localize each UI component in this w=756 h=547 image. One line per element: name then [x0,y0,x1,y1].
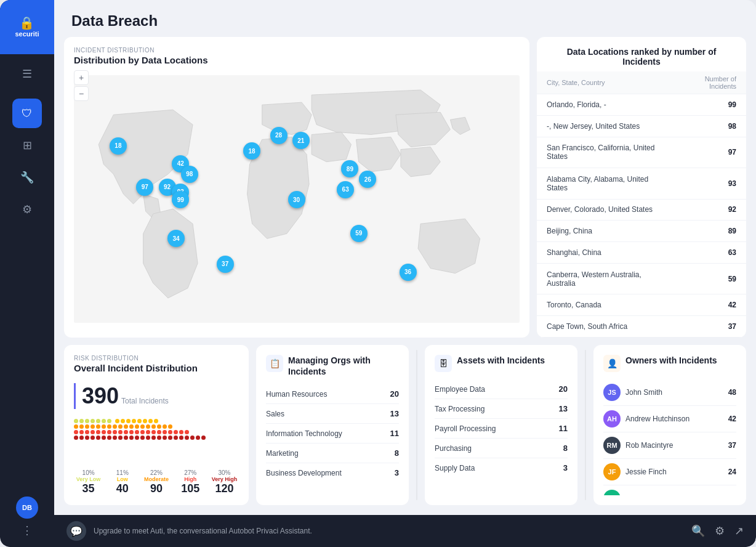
search-bottom-icon[interactable]: 🔍 [691,524,705,538]
divider2 [585,350,586,500]
dot [174,436,178,440]
map-pin[interactable]: 59 [350,225,368,242]
list-item: Tax Processing 13 [435,399,568,419]
sidebar-item-tools[interactable]: 🔧 [12,163,42,192]
dot-section [74,424,172,429]
list-item: Information Technology 11 [266,424,399,444]
bottom-bar-actions: 🔍 ⚙ ↗ [691,524,744,538]
dot [168,436,172,440]
user-avatar[interactable]: DB [16,496,38,519]
dot [79,436,84,440]
map-pin[interactable]: 36 [400,264,417,281]
dot [79,419,84,423]
table-row: Shanghai, China 63 [537,242,746,264]
zoom-out-button[interactable]: − [74,86,89,101]
dot [190,436,195,440]
dot [102,424,106,429]
dot [146,424,150,429]
row-label: Business Development [266,469,395,477]
dot [126,419,131,423]
map-pin[interactable]: 28 [270,127,288,144]
dot [201,436,206,440]
risk-legend: 10% Very Low 35 11% Low 40 22% Moderate … [74,469,239,495]
col-count: Number of Incidents [672,71,746,94]
list-item: Marketing 8 [266,444,399,463]
dot-section [74,436,206,440]
location-cell: Cape Town, South Africa [537,316,672,338]
list-item: Payroll Processing 11 [435,419,568,439]
row-label: Employee Data [435,385,559,394]
list-item: Purchasing 8 [435,439,568,458]
map-pin[interactable]: 21 [292,132,310,149]
map-pin[interactable]: 89 [341,160,358,177]
dot [179,436,183,440]
map-pin[interactable]: 98 [181,166,198,183]
row-label: Information Technology [266,429,390,438]
row-value: 8 [395,448,399,458]
map-controls: + − [74,70,89,101]
list-item: GW Greg Walters 20 [603,485,736,495]
risk-pct: 30% [218,469,230,476]
dot [113,436,117,440]
dot-section [74,419,111,423]
map-pin[interactable]: 63 [337,181,354,198]
risk-name: High [184,476,196,482]
bottom-bar: 💬 Upgrade to meet Auti, the conversation… [54,515,756,547]
owner-count: 20 [728,494,736,495]
sidebar-bottom: DB ⋮ [16,496,38,547]
map-pin[interactable]: 99 [172,191,189,208]
risk-subtitle: Risk Distribution [74,355,239,362]
map-pin[interactable]: 26 [359,171,376,188]
map-pin[interactable]: 18 [243,142,260,160]
filter-bottom-icon[interactable]: ⚙ [715,524,725,538]
owner-name: Jessie Finch [625,468,723,476]
sidebar-item-shield[interactable]: 🛡 [12,99,42,128]
map-card: Incident Distribution Distribution by Da… [64,37,529,338]
map-pin[interactable]: 18 [110,137,127,155]
table-row: Toronto, Canada 42 [537,294,746,316]
location-cell: Canberra, Western Australia, Australia [537,263,672,294]
dot [132,419,136,423]
location-cell: Orlando, Florida, - [537,94,672,116]
map-subtitle: Incident Distribution [74,47,520,54]
dot [140,436,145,440]
owner-avatar: RM [603,437,621,454]
dot [129,430,134,434]
location-cell: Shanghai, China [537,242,672,264]
dot [185,436,189,440]
risk-pct: 11% [116,469,129,476]
dot [107,419,111,423]
map-pin[interactable]: 34 [167,230,185,247]
location-cell: Toronto, Canada [537,294,672,316]
total-incidents: 390 Total Incidents [74,383,239,409]
map-pin[interactable]: 30 [288,191,305,208]
list-item: JS John Smith 48 [603,379,736,406]
sidebar-item-dashboard[interactable]: ⊞ [12,131,42,160]
chat-icon: 💬 [66,521,86,541]
header: Data Breach [54,0,756,37]
owner-count: 42 [728,415,736,423]
dot [107,430,111,434]
zoom-in-button[interactable]: + [74,70,89,85]
dot [113,430,117,434]
dot-section [74,430,189,434]
menu-button[interactable]: ☰ [0,59,54,89]
dot [96,424,100,429]
owners-header: 👤 Owners with Incidents [603,355,736,372]
owner-count: 48 [728,388,736,397]
row-label: Tax Processing [435,405,559,413]
map-pin[interactable]: 97 [136,179,153,196]
share-bottom-icon[interactable]: ↗ [734,524,744,538]
owner-name: Rob Macintyre [625,441,723,450]
list-item: Business Development 3 [266,463,399,482]
dot [146,436,150,440]
assets-header: 🗄 Assets with Incidents [435,355,568,372]
more-dots[interactable]: ⋮ [22,524,33,537]
dot [121,419,125,423]
dot [74,436,78,440]
owner-name: Greg Walters [625,494,723,495]
sidebar-item-settings[interactable]: ⚙ [12,195,42,224]
row-value: 13 [390,409,399,418]
count-cell: 93 [672,168,746,199]
map-pin[interactable]: 37 [217,256,234,273]
